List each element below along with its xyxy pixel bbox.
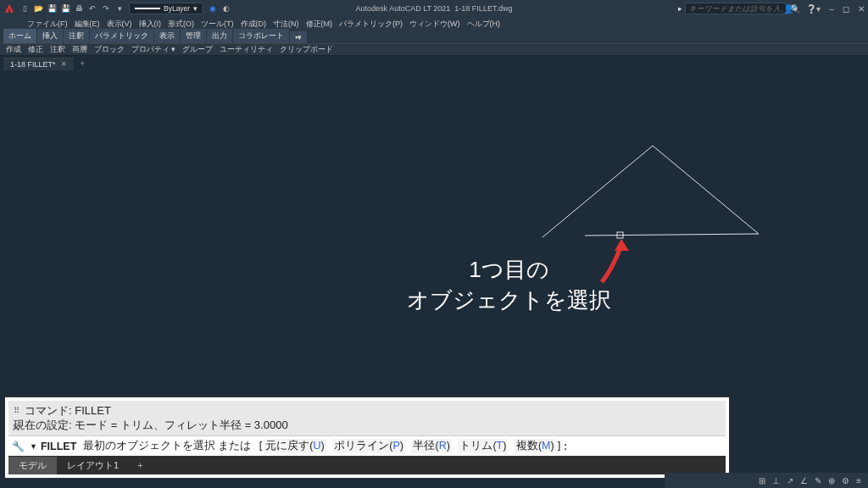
- app-logo: [3, 3, 15, 14]
- signin-icon[interactable]: 👤▾: [783, 4, 798, 14]
- command-prompt-text: 最初のオブジェクトを選択 または: [83, 439, 251, 453]
- cmd-dropdown-icon[interactable]: ▼: [30, 442, 37, 451]
- panel-util[interactable]: ユーティリティ: [217, 45, 275, 55]
- tab-annotate[interactable]: 注釈: [64, 29, 89, 43]
- status-icon[interactable]: ✎: [815, 476, 821, 485]
- tab-expand-icon[interactable]: ▪▾: [290, 31, 307, 43]
- command-name: FILLET: [41, 441, 76, 452]
- new-icon[interactable]: ▯: [20, 4, 29, 13]
- file-tab[interactable]: 1-18 FILLET* ✕: [3, 58, 74, 70]
- undo-icon[interactable]: ↶: [88, 4, 97, 13]
- panel-props[interactable]: プロパティ ▾: [129, 45, 178, 55]
- match-icon[interactable]: ◐: [222, 4, 231, 13]
- search-box[interactable]: ▸ 🔍: [678, 3, 800, 14]
- tab-output[interactable]: 出力: [207, 29, 232, 43]
- panel-group[interactable]: グループ: [180, 45, 215, 55]
- line-left[interactable]: [542, 146, 653, 237]
- panel-annot[interactable]: 注釈: [47, 45, 68, 55]
- layout-tabs: モデル レイアウト1 +: [8, 456, 726, 474]
- redo-icon[interactable]: ↷: [102, 4, 110, 13]
- tab-parametric[interactable]: パラメトリック: [90, 29, 153, 43]
- menu-parametric[interactable]: パラメトリック(P): [337, 19, 404, 30]
- help-icon[interactable]: ❔▾: [806, 4, 821, 14]
- ribbon-panel-row: 作成 修正 注釈 画層 ブロック プロパティ ▾ グループ ユーティリティ クリ…: [0, 44, 868, 56]
- tab-home[interactable]: ホーム: [3, 29, 36, 43]
- menu-help[interactable]: ヘルプ(H): [465, 19, 503, 30]
- file-tab-label: 1-18 FILLET*: [10, 60, 56, 69]
- status-icon[interactable]: ⊕: [828, 476, 835, 485]
- panel-modify[interactable]: 修正: [25, 45, 46, 55]
- cmd-option-trim[interactable]: トリム(T): [458, 439, 508, 453]
- cmd-option-radius[interactable]: 半径(R): [411, 439, 451, 453]
- file-tabs: 1-18 FILLET* ✕ +: [0, 56, 868, 71]
- status-icon[interactable]: ⊥: [772, 476, 780, 485]
- saveas-icon[interactable]: 💾: [61, 4, 70, 13]
- menu-view[interactable]: 表示(V): [105, 19, 134, 30]
- status-gear-icon[interactable]: ⚙: [842, 476, 849, 485]
- menu-insert[interactable]: 挿入(I): [137, 19, 164, 30]
- close-icon[interactable]: ✕: [858, 4, 865, 14]
- tab-view[interactable]: 表示: [154, 29, 180, 43]
- save-icon[interactable]: 💾: [47, 4, 56, 13]
- annotation-text: 1つ目の オブジェクトを選択: [407, 254, 611, 316]
- tab-manage[interactable]: 管理: [181, 29, 206, 43]
- layout-tab-1[interactable]: レイアウト1: [57, 457, 129, 474]
- file-tab-add-icon[interactable]: +: [74, 59, 92, 68]
- search-input[interactable]: [685, 3, 787, 14]
- menu-draw[interactable]: 作成(D): [239, 19, 269, 30]
- menu-window[interactable]: ウィンドウ(W): [408, 19, 462, 30]
- status-menu-icon[interactable]: ≡: [856, 476, 861, 485]
- cmd-option-undo[interactable]: 元に戻す(U): [264, 439, 326, 453]
- layer-label: ByLayer: [164, 4, 190, 13]
- tab-insert[interactable]: 挿入: [37, 29, 63, 43]
- menu-format[interactable]: 形式(O): [166, 19, 196, 30]
- cmd-close-icon[interactable]: ✕: [12, 421, 20, 435]
- layout-tab-add-icon[interactable]: +: [129, 460, 151, 470]
- layout-tab-model[interactable]: モデル: [8, 457, 57, 474]
- menu-tools[interactable]: ツール(T): [199, 19, 236, 30]
- file-tab-close-icon[interactable]: ✕: [61, 60, 67, 68]
- command-input[interactable]: 🔧 ▼ FILLET 最初のオブジェクトを選択 または [ 元に戻す(U) ポリ…: [8, 435, 726, 456]
- drag-handle-icon[interactable]: ⠿: [14, 405, 19, 417]
- minimize-icon[interactable]: –: [829, 4, 834, 14]
- wrench-icon[interactable]: 🔧: [12, 441, 25, 452]
- title-text: Autodesk AutoCAD LT 2021 1-18 FILLET.dwg: [356, 4, 513, 13]
- open-icon[interactable]: 📂: [34, 4, 42, 13]
- ribbon-tabs: ホーム 挿入 注釈 パラメトリック 表示 管理 出力 コラボレート ▪▾: [0, 30, 868, 44]
- panel-clip[interactable]: クリップボード: [277, 45, 336, 55]
- line-right[interactable]: [653, 146, 759, 234]
- tab-collaborate[interactable]: コラボレート: [233, 29, 289, 43]
- line-swatch: [135, 8, 160, 9]
- plot-icon[interactable]: 🖶: [75, 4, 83, 13]
- cmd-option-polyline[interactable]: ポリライン(P): [332, 439, 405, 453]
- menu-dim[interactable]: 寸法(N): [271, 19, 301, 30]
- menu-file[interactable]: ファイル(F): [25, 19, 70, 30]
- color-swatch-icon[interactable]: ◉: [209, 4, 217, 13]
- panel-draw[interactable]: 作成: [3, 45, 24, 55]
- qat-dropdown-icon[interactable]: ▾: [115, 4, 124, 13]
- command-history: ⠿ コマンド: FILLET ✕ 現在の設定: モード = トリム、フィレット半…: [8, 401, 726, 435]
- statusbar: ⊞ ⊥ ↗ ∠ ✎ ⊕ ⚙ ≡: [665, 473, 868, 488]
- menu-modify[interactable]: 修正(M): [304, 19, 335, 30]
- layer-dropdown[interactable]: ByLayer ▾: [129, 3, 203, 14]
- status-icon[interactable]: ∠: [800, 476, 808, 485]
- status-icon[interactable]: ↗: [787, 476, 793, 485]
- menu-edit[interactable]: 編集(E): [73, 19, 102, 30]
- cmd-option-multiple[interactable]: 複数(M): [515, 439, 556, 453]
- status-icon[interactable]: ⊞: [759, 476, 765, 485]
- panel-block[interactable]: ブロック: [92, 45, 127, 55]
- command-window[interactable]: ⠿ コマンド: FILLET ✕ 現在の設定: モード = トリム、フィレット半…: [5, 397, 729, 478]
- maximize-icon[interactable]: ◻: [843, 4, 849, 14]
- panel-layers[interactable]: 画層: [70, 45, 90, 55]
